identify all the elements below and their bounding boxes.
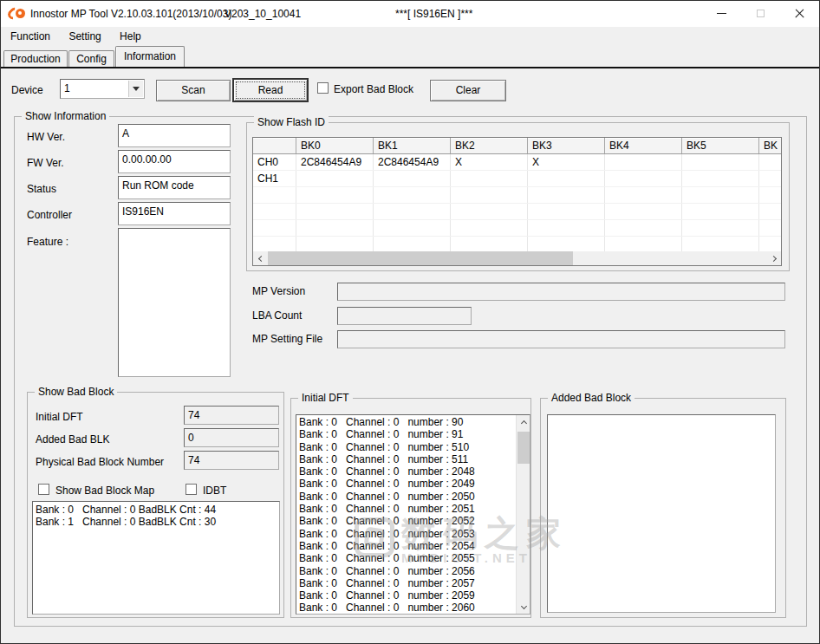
show-bad-block-map-checkbox[interactable]: [38, 484, 49, 495]
status-label: Status: [27, 183, 56, 195]
app-window: Innostor MP Tool V2.10.03.101(2013/10/03…: [0, 0, 820, 644]
lba-count-label: LBA Count: [252, 309, 302, 322]
physical-bad-block-label: Physical Bad Block Number: [36, 456, 164, 468]
minimize-button[interactable]: [702, 1, 741, 26]
physical-bad-block-field: 74: [184, 451, 279, 470]
list-item: Bank : 0 Channel : 0 number : 2050: [296, 491, 530, 503]
initial-dft-field: 74: [184, 406, 279, 425]
tab-production[interactable]: Production: [3, 50, 68, 67]
device-select-dropdown[interactable]: [128, 81, 143, 97]
cell-ch0-bk4: [605, 154, 682, 170]
status-field[interactable]: Run ROM code: [118, 176, 231, 199]
list-item: Bank : 0 Channel : 0 BadBLK Cnt : 44: [33, 504, 279, 516]
show-bad-block-title: Show Bad Block: [35, 386, 117, 398]
scroll-left-arrow-icon[interactable]: [253, 251, 267, 265]
close-icon: [794, 8, 805, 19]
fw-ver-label: FW Ver.: [27, 157, 64, 169]
cell-ch0-bk1: 2C846454A9: [374, 154, 451, 170]
controller-label: Controller: [27, 209, 72, 221]
cell-ch0-bk2: X: [451, 154, 528, 170]
show-flash-id-title: Show Flash ID: [254, 116, 329, 128]
export-bad-block-label: Export Bad Block: [334, 83, 413, 95]
hw-ver-field[interactable]: A: [118, 124, 231, 147]
idbt-label: IDBT: [203, 485, 226, 497]
cell-ch0-bk6: [759, 154, 781, 170]
table-row: [253, 187, 781, 204]
scroll-up-arrow-icon[interactable]: [517, 415, 530, 429]
added-bad-blk-label: Added Bad BLK: [36, 433, 109, 446]
menu-bar: Function Setting Help: [1, 27, 819, 46]
col-header-bk1[interactable]: BK1: [374, 138, 451, 153]
list-item: Bank : 0 Channel : 0 number : 2060: [296, 602, 530, 614]
list-item: Bank : 0 Channel : 0 number : 2048: [296, 465, 530, 478]
list-item: Bank : 0 Channel : 0 number : 2054: [296, 540, 530, 552]
tab-separator-line: [1, 67, 819, 68]
idbt-checkbox[interactable]: [185, 484, 197, 495]
device-select-value: 1: [64, 82, 70, 94]
chevron-down-icon: [133, 87, 140, 91]
scroll-right-arrow-icon[interactable]: [767, 251, 781, 265]
cell-ch1: CH1: [253, 171, 296, 186]
col-header-bk5[interactable]: BK5: [682, 138, 759, 153]
initial-dft-vscrollbar[interactable]: [516, 415, 530, 614]
col-header-bk6[interactable]: BK: [759, 138, 781, 153]
feature-label: Feature :: [27, 236, 68, 248]
menu-function[interactable]: Function: [3, 27, 58, 46]
fw-ver-field[interactable]: 0.00.00.00: [118, 150, 231, 173]
table-row: [253, 220, 781, 237]
hscrollbar-thumb[interactable]: [268, 251, 573, 265]
cell-ch0-bk5: [682, 154, 759, 170]
window-title: Innostor MP Tool V2.10.03.101(2013/10/03…: [30, 8, 231, 20]
flash-id-table-body: CH0 2C846454A9 2C846454A9 X X CH1: [253, 154, 781, 251]
scan-button[interactable]: Scan: [156, 80, 231, 101]
col-header-bk2[interactable]: BK2: [451, 138, 528, 153]
scroll-down-arrow-icon[interactable]: [517, 600, 530, 614]
initial-dft-list[interactable]: Bank : 0 Channel : 0 number : 90 Bank : …: [296, 414, 530, 615]
menu-help[interactable]: Help: [112, 27, 149, 46]
mp-setting-file-label: MP Setting File: [252, 333, 322, 345]
table-row[interactable]: CH0 2C846454A9 2C846454A9 X X: [253, 154, 781, 171]
tab-information[interactable]: Information: [115, 46, 185, 67]
col-header-bk0[interactable]: BK0: [296, 138, 374, 153]
table-row: [253, 204, 781, 220]
initial-dft-title: Initial DFT: [298, 392, 353, 404]
list-item: Bank : 0 Channel : 0 number : 510: [296, 441, 530, 453]
maximize-icon: [757, 10, 765, 17]
device-select[interactable]: 1: [60, 79, 145, 99]
mp-setting-file-field: [337, 330, 785, 348]
minimize-icon: [717, 13, 726, 14]
show-information-title: Show Information: [22, 110, 109, 122]
close-button[interactable]: [780, 1, 819, 26]
tab-config[interactable]: Config: [68, 50, 114, 67]
table-row[interactable]: CH1: [253, 171, 781, 187]
list-item: Bank : 0 Channel : 0 number : 90: [296, 416, 530, 428]
col-header-ch[interactable]: [253, 138, 296, 153]
list-item: Bank : 0 Channel : 0 number : 2052: [296, 515, 530, 527]
flash-id-table-header: BK0 BK1 BK2 BK3 BK4 BK5 BK: [253, 138, 781, 154]
read-button[interactable]: Read: [232, 78, 309, 102]
export-bad-block-checkbox[interactable]: [317, 82, 329, 94]
clear-button[interactable]: Clear: [430, 80, 506, 101]
menu-setting[interactable]: Setting: [61, 27, 108, 46]
list-item: Bank : 0 Channel : 0 number : 91: [296, 428, 530, 440]
col-header-bk3[interactable]: BK3: [528, 138, 605, 153]
controller-field[interactable]: IS916EN: [118, 202, 231, 225]
list-item: Bank : 0 Channel : 0 number : 2056: [296, 565, 530, 577]
vscrollbar-thumb[interactable]: [517, 432, 530, 464]
added-bad-blk-field: 0: [184, 428, 279, 447]
cell-ch0-bk0: 2C846454A9: [296, 154, 374, 170]
list-item: Bank : 1 Channel : 0 BadBLK Cnt : 30: [33, 516, 279, 528]
list-item: Bank : 0 Channel : 0 number : 2049: [296, 478, 530, 490]
list-item: Bank : 0 Channel : 0 number : 2053: [296, 528, 530, 540]
lba-count-field: [337, 307, 472, 325]
added-bad-block-list[interactable]: [547, 414, 776, 613]
titlebar: Innostor MP Tool V2.10.03.101(2013/10/03…: [1, 1, 819, 27]
flash-table-hscrollbar[interactable]: [253, 251, 781, 265]
list-item: Bank : 0 Channel : 0 number : 2059: [296, 589, 530, 602]
list-item: Bank : 0 Channel : 0 number : 2051: [296, 503, 530, 515]
innostor-logo-icon: [9, 6, 28, 22]
bad-block-map-list[interactable]: Bank : 0 Channel : 0 BadBLK Cnt : 44 Ban…: [32, 501, 280, 615]
col-header-bk4[interactable]: BK4: [605, 138, 682, 153]
device-label: Device: [11, 84, 43, 96]
feature-field[interactable]: [118, 228, 231, 377]
